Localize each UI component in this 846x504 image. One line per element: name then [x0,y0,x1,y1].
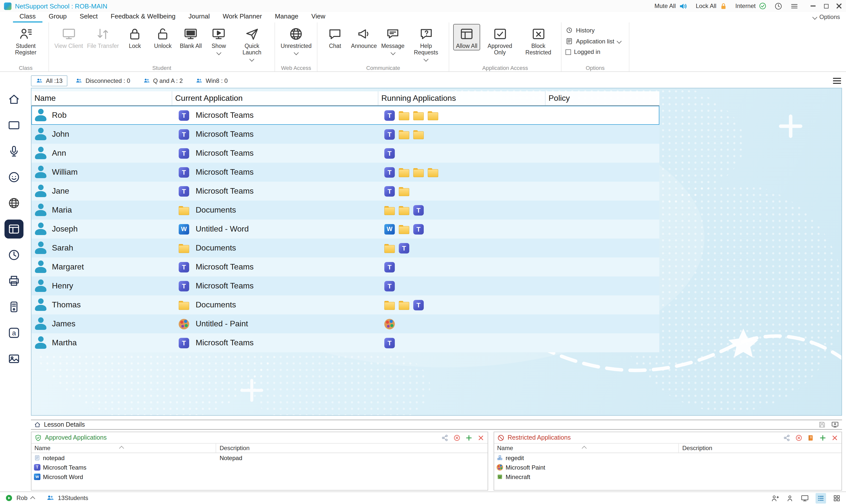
student-row-william[interactable]: WilliamMicrosoft Teams [32,163,659,182]
approved-app-row-notepad[interactable]: notepadNotepad [32,453,488,463]
monitor-view-icon[interactable] [800,494,809,502]
sidebar-item-astore[interactable]: a [3,320,25,346]
view-tab-all-13[interactable]: All :13 [31,75,68,86]
sidebar-item-wellbeing[interactable] [3,164,25,190]
menu-tab-work-planner[interactable]: Work Planner [216,12,269,22]
student-row-rob[interactable]: RobMicrosoft Teams [32,106,659,125]
grid-view-icon[interactable] [832,494,841,502]
column-header-name[interactable]: Name [32,444,216,453]
menu-icon[interactable] [790,2,798,10]
ribbon-button-message[interactable]: Message [379,24,406,55]
sidebar-item-apps-window[interactable] [3,216,25,242]
restricted-app-row-regedit[interactable]: regedit [494,453,842,463]
column-header-policy[interactable]: Policy [545,91,659,105]
student-row-james[interactable]: JamesUntitled - Paint [32,314,659,333]
mute-all-button[interactable]: Mute All [654,1,688,11]
menu-tab-group[interactable]: Group [42,12,73,22]
student-row-joseph[interactable]: JosephUntitled - Word [32,219,659,238]
clock-icon[interactable] [774,2,782,10]
menu-tab-feedback-wellbeing[interactable]: Feedback & Wellbeing [104,12,182,22]
delete-icon[interactable] [831,434,839,442]
ribbon-item-logged-in[interactable]: Logged in [565,49,600,55]
ribbon-item-application-list[interactable]: Application list [565,37,620,45]
column-header-current-application[interactable]: Current Application [172,91,378,105]
sidebar-item-board[interactable] [3,112,25,138]
ribbon-button-label: Blank All [180,43,202,49]
internet-status[interactable]: Internet [735,2,767,10]
student-row-jane[interactable]: JaneMicrosoft Teams [32,182,659,201]
ribbon-button-announce[interactable]: Announce [349,24,379,50]
add-icon[interactable] [819,434,827,442]
lock-all-button[interactable]: Lock All [696,2,728,10]
ribbon-button-blank-all[interactable]: Blank All [177,24,204,50]
ribbon-button-block-restricted[interactable]: Block Restricted [520,24,557,57]
student-row-john[interactable]: JohnMicrosoft Teams [32,125,659,144]
sidebar-item-printer[interactable] [3,268,25,294]
add-icon[interactable] [465,434,473,442]
ribbon-button-unlock[interactable]: Unlock [149,24,177,50]
student-row-henry[interactable]: HenryMicrosoft Teams [32,276,659,295]
column-header-running-applications[interactable]: Running Applications [378,91,545,105]
close-button[interactable] [836,3,842,9]
add-student-icon[interactable] [771,494,779,502]
options-toggle[interactable]: Options [813,14,840,22]
sidebar-item-globe[interactable] [3,190,25,216]
student-row-ann[interactable]: AnnMicrosoft Teams [32,144,659,163]
menu-tab-select[interactable]: Select [73,12,104,22]
restricted-app-row-microsoft-paint[interactable]: Microsoft Paint [494,463,842,472]
save-icon[interactable] [818,421,826,429]
student-row-sarah[interactable]: SarahDocuments [32,238,659,257]
share-icon[interactable] [441,434,449,442]
chevron-up-icon[interactable] [30,496,35,501]
remove-circle-icon[interactable] [453,434,461,442]
connection-status-icon[interactable] [5,494,13,502]
menu-tab-class[interactable]: Class [13,12,42,22]
list-view-icon[interactable] [815,493,826,503]
view-tab-win8-0[interactable]: Win8 : 0 [191,75,233,86]
view-tab-disconnected-0[interactable]: Disconnected : 0 [71,75,135,86]
sidebar-item-image[interactable] [3,346,25,372]
column-header-name[interactable]: Name [494,444,679,453]
logged-in-checkbox[interactable] [565,49,571,55]
ribbon-item-history[interactable]: History [565,26,595,34]
column-header-name[interactable]: Name [32,91,172,105]
avatar-icon [34,127,48,141]
ribbon-button-unrestricted[interactable]: Unrestricted [279,24,313,55]
student-row-martha[interactable]: MarthaMicrosoft Teams [32,333,659,352]
student-row-margaret[interactable]: MargaretMicrosoft Teams [32,257,659,276]
column-header-description[interactable]: Description [679,444,712,453]
student-icon[interactable] [786,494,794,502]
student-row-thomas[interactable]: ThomasDocuments [32,295,659,314]
ribbon-button-lock[interactable]: Lock [122,24,148,50]
sidebar-item-mic[interactable] [3,138,25,164]
sidebar-item-home[interactable] [3,86,25,112]
menu-tab-journal[interactable]: Journal [182,12,216,22]
remove-circle-icon[interactable] [795,434,803,442]
ribbon-button-chat[interactable]: Chat [322,24,349,50]
sidebar-item-device[interactable] [3,294,25,320]
lesson-details-bar[interactable]: Lesson Details [31,420,842,430]
column-header-description[interactable]: Description [216,444,250,453]
share-icon[interactable] [783,434,791,442]
maximize-button[interactable] [823,3,829,9]
ribbon-button-quick-launch[interactable]: Quick Launch [233,24,271,62]
ribbon-button-approved-only[interactable]: Approved Only [481,24,519,57]
menu-tab-view[interactable]: View [305,12,332,22]
people-icon [76,77,83,84]
ribbon-button-help-requests[interactable]: Help Requests [407,24,445,62]
ribbon-button-student-register[interactable]: Student Register [7,24,44,57]
send-to-students-icon[interactable] [831,421,839,429]
delete-icon[interactable] [477,434,485,442]
sidebar-item-clock[interactable] [3,242,25,268]
list-menu-icon[interactable] [833,78,841,84]
ribbon-button-show[interactable]: Show [205,24,232,55]
ribbon-button-allow-all[interactable]: Allow All [453,24,480,50]
application-list-icon[interactable] [807,434,814,442]
minimize-button[interactable] [810,3,816,9]
approved-app-row-microsoft-teams[interactable]: Microsoft Teams [32,463,488,472]
menu-tab-manage[interactable]: Manage [269,12,305,22]
view-tab-q-and-a-2[interactable]: Q and A : 2 [138,75,188,86]
approved-app-row-microsoft-word[interactable]: Microsoft Word [32,472,488,482]
restricted-app-row-minecraft[interactable]: Minecraft [494,472,842,482]
student-row-maria[interactable]: MariaDocuments [32,201,659,219]
